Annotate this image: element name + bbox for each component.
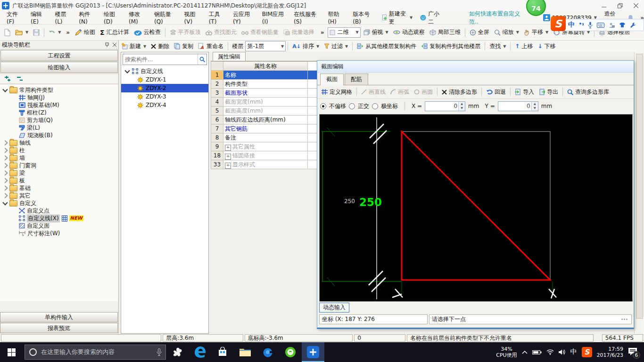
search-icon[interactable] [198,54,206,65]
draw-arc-button[interactable]: 画弧 [388,86,412,98]
taskbar-search-box[interactable]: 在这里输入你要搜索的内容 [25,345,166,360]
copy-button[interactable]: 复制 [172,41,196,52]
draw-line-button[interactable]: 画直线 [359,86,388,98]
copy-to-floor-button[interactable]: 复制构件到其他楼层 [419,41,483,52]
tree-folder-slab[interactable]: 板 [0,177,118,184]
battery-icon[interactable] [532,350,542,355]
orbit-button[interactable]: 动态观察 [391,27,427,38]
batch-select-button[interactable]: 批量选择 [281,27,317,38]
drawing-area-scrollbar[interactable] [634,52,644,334]
notification-icon[interactable]: 6 [628,346,639,358]
dialog-title-bar[interactable]: 截面编辑 [317,61,634,73]
start-button[interactable] [0,342,23,362]
define-grid-button[interactable]: 定义网格 [319,86,355,98]
tree-item-custom-point[interactable]: 自定义点 [0,207,118,214]
clear-polygon-button[interactable]: 清除多边形 [439,86,479,98]
cloud-check-button[interactable]: 云检查 [132,27,163,38]
menu-component[interactable]: 构件(N) [75,13,100,23]
tree-folder-opening[interactable]: 门窗洞 [0,162,118,169]
menu-rebar[interactable]: 钢筋量(Q) [150,13,181,23]
flush-slab-button[interactable]: 平齐板顶 [167,27,203,38]
x-spinner[interactable]: ▲▼ [425,101,465,111]
menu-floor[interactable]: 楼层(L) [51,13,75,23]
delete-button[interactable]: 删除 [149,41,172,52]
sogou-tray-icon[interactable]: S [582,347,592,357]
close-panel-icon[interactable] [113,43,116,47]
project-settings-button[interactable]: 工程设置 [0,50,118,61]
ime-indicator[interactable]: 中 [570,348,577,356]
taskbar-app-store[interactable] [211,342,234,362]
toolbar-overflow-icon[interactable]: » [66,29,70,36]
tree-item-frame-column[interactable]: 框柱(Z) [0,109,118,116]
zoom-button[interactable]: 缩放▼ [492,27,521,38]
property-row[interactable]: 7其它钢筋 [211,124,320,133]
help-tip-link[interactable]: 如何快速布置自定义范.. [465,13,525,23]
taskbar-app-explorer[interactable] [234,342,256,362]
property-row[interactable]: 9+其它属性 [211,142,320,151]
rename-button[interactable]: A重命名 [196,41,226,52]
import-button[interactable]: 导入 [512,86,537,98]
summary-calc-button[interactable]: Σ汇总计算 [98,27,132,38]
export-button[interactable]: 导出 [537,86,561,98]
tab-rebar[interactable]: 配筋 [345,74,368,85]
menu-cloud[interactable]: 云应用(Y) [229,13,258,23]
save-button[interactable] [31,27,42,38]
tree-folder-axis[interactable]: 轴线 [0,139,118,147]
menu-view[interactable]: 视图(V) [181,13,205,23]
tab-section[interactable]: 截面 [320,74,344,85]
view-rebar-button[interactable]: 查看钢筋量 [239,27,281,38]
tree-item-common-types[interactable]: 常用构件类型 [0,86,118,94]
ime-lang-icon[interactable]: 中 [568,21,575,29]
move-down-button[interactable]: ↓下移 [535,41,558,52]
property-row[interactable]: 2构件类型 [211,80,320,89]
top-view-button[interactable]: 俯视▼ [361,27,391,38]
sort-button[interactable]: A↓排序▼ [290,41,322,52]
radio-polar[interactable] [372,103,378,109]
radio-no-offset[interactable] [320,103,326,109]
menu-version[interactable]: 版本号(B) [349,13,379,23]
sogou-logo[interactable]: S [551,16,566,31]
tree-item-raft-foundation[interactable]: 筏板基础(M) [0,101,118,109]
taskbar-app-pinwheel[interactable] [166,342,189,362]
tree-folder-wall[interactable]: 墙 [0,154,118,162]
expand-all-icon[interactable] [4,76,11,82]
find-button[interactable]: 查找▼ [487,41,508,52]
cpu-usage[interactable]: 34%CPU使用 [496,346,517,358]
y-input[interactable] [498,102,531,111]
property-row[interactable]: 3截面形状 [211,89,320,98]
find-element-button[interactable]: 查找图元 [203,27,239,38]
tree-folder-beam[interactable]: 梁 [0,169,118,177]
property-row[interactable]: 5截面高度(mm) [211,107,320,115]
wifi-icon[interactable] [546,349,554,355]
property-row[interactable]: 8备注 [211,133,320,142]
expand-icon[interactable]: + [225,145,231,151]
menu-file[interactable]: 文件(F) [3,13,27,23]
tree-item-shear-wall[interactable]: 剪力墙(Q) [0,116,118,124]
wrench-icon[interactable] [630,22,636,28]
property-row[interactable]: 18+锚固搭接 [211,151,320,160]
clock[interactable]: 17:592017/6/23 [597,346,623,358]
property-row[interactable]: 4截面宽度(mm) [211,98,320,107]
menu-modify[interactable]: 修改(M) [125,13,150,23]
collapse-all-icon[interactable] [16,76,24,82]
new-file-button[interactable] [2,27,13,38]
tree-item-dimension[interactable]: 尺寸标注(W) [0,230,118,237]
speaker-icon[interactable] [559,349,566,355]
component-item[interactable]: ZDYX-4 [121,101,208,109]
component-tree-root[interactable]: 自定义线 [121,67,208,75]
dynamic-input-button[interactable]: 动态输入 [319,303,349,313]
draw-button[interactable]: 绘图 [73,27,98,38]
move-up-button[interactable]: ↑上移 [512,41,535,52]
pin-icon[interactable] [105,42,109,48]
menu-tools[interactable]: 工具(T) [205,13,229,23]
expand-icon[interactable]: + [225,154,231,160]
section-canvas[interactable]: 250 250 [319,114,633,302]
tab-property-edit[interactable]: 属性编辑 [213,52,246,61]
tree-item-axis-grid[interactable]: 轴网(J) [0,94,118,101]
menu-draw[interactable]: 绘图(D) [100,13,125,23]
undo-step-button[interactable]: 回退 [484,86,508,98]
full-screen-button[interactable]: 全屏 [467,27,492,38]
tray-chevron-icon[interactable] [522,350,528,354]
close-button[interactable] [628,0,644,11]
radio-ortho[interactable] [349,103,355,109]
